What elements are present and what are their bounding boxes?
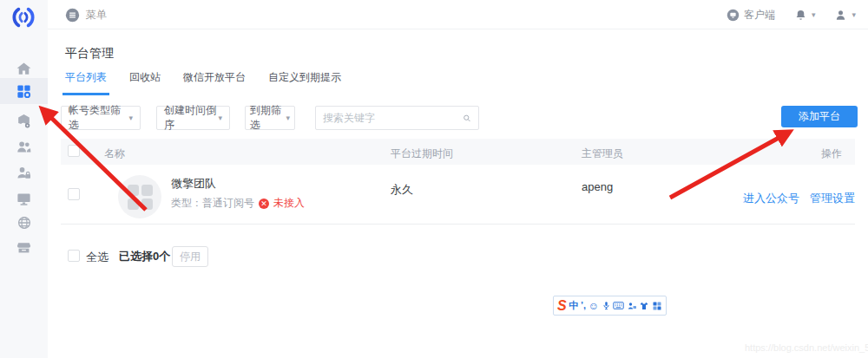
sogou-logo-icon[interactable]: S bbox=[557, 298, 567, 314]
home-icon bbox=[16, 61, 32, 77]
weiengine-logo-icon bbox=[10, 4, 36, 30]
chevron-down-icon: ▾ bbox=[852, 11, 856, 19]
platform-expiry: 永久 bbox=[391, 182, 413, 198]
storage-box-icon bbox=[16, 239, 32, 256]
punctuation-toggle-icon[interactable]: ’, bbox=[581, 301, 586, 310]
sidebar-item-system[interactable] bbox=[0, 186, 48, 212]
not-connected-x-icon: ✕ bbox=[259, 199, 269, 209]
row-checkbox[interactable] bbox=[68, 188, 80, 200]
page-title: 平台管理 bbox=[65, 46, 114, 62]
row-divider bbox=[61, 224, 855, 225]
tab-wechat-open-platform[interactable]: 微信开放平台 bbox=[181, 68, 248, 95]
toolbox-grid-icon[interactable] bbox=[652, 301, 662, 311]
account-menu[interactable]: ▾ bbox=[834, 9, 856, 22]
tab-recycle-bin[interactable]: 回收站 bbox=[127, 68, 163, 95]
create-time-order-dropdown[interactable]: 创建时间倒序 ▾ bbox=[156, 106, 230, 130]
emoji-picker-icon[interactable]: ☺ bbox=[589, 301, 599, 311]
skin-shirt-icon[interactable] bbox=[639, 301, 649, 311]
not-connected-status: 未接入 bbox=[273, 196, 305, 211]
tab-custom-expiry-notice[interactable]: 自定义到期提示 bbox=[266, 68, 344, 95]
platform-type: 类型：普通订阅号 bbox=[171, 196, 254, 211]
column-header-admin: 主管理员 bbox=[582, 146, 623, 161]
menu-toggle[interactable]: 菜单 bbox=[65, 0, 107, 29]
expiry-filter-label: 到期筛选 bbox=[250, 103, 286, 133]
platform-management-page: 菜单 客户端 ▾ ▾ bbox=[0, 0, 868, 358]
row-actions: 进入公众号 管理设置 bbox=[743, 191, 855, 206]
cube-gear-icon bbox=[16, 113, 32, 129]
bell-icon bbox=[794, 9, 807, 22]
table-header: 名称 平台过期时间 主管理员 操作 bbox=[61, 139, 855, 165]
search-input[interactable] bbox=[323, 112, 457, 124]
sidebar bbox=[0, 0, 48, 358]
tab-platform-list[interactable]: 平台列表 bbox=[62, 68, 109, 95]
add-platform-button[interactable]: 添加平台 bbox=[781, 106, 858, 127]
csdn-watermark: https://blog.csdn.net/weixin_521549 bbox=[745, 342, 868, 353]
sidebar-item-platforms[interactable] bbox=[0, 78, 48, 104]
platform-avatar bbox=[118, 175, 161, 218]
globe-icon bbox=[16, 215, 32, 231]
sogou-ime-toolbar: S 中 ’, ☺ bbox=[553, 296, 667, 316]
input-mode-icon[interactable] bbox=[627, 301, 637, 311]
platform-type-line: 类型：普通订阅号 ✕ 未接入 bbox=[171, 196, 305, 211]
topbar-right: 客户端 ▾ ▾ bbox=[727, 0, 856, 29]
tab-bar: 平台列表 回收站 微信开放平台 自定义到期提示 bbox=[62, 68, 344, 95]
chinese-english-toggle-icon[interactable]: 中 bbox=[569, 301, 578, 310]
selected-count: 已选择0个 bbox=[119, 249, 170, 264]
users-icon bbox=[16, 139, 32, 155]
chevron-down-icon: ▾ bbox=[812, 11, 816, 19]
select-all-checkbox[interactable] bbox=[68, 250, 80, 262]
account-type-filter-label: 帐号类型筛选 bbox=[69, 103, 128, 133]
sidebar-item-users[interactable] bbox=[0, 133, 48, 159]
menu-label: 菜单 bbox=[86, 8, 107, 23]
sidebar-item-store[interactable] bbox=[0, 234, 48, 260]
enter-official-account-link[interactable]: 进入公众号 bbox=[743, 191, 799, 206]
sidebar-item-site[interactable] bbox=[0, 210, 48, 236]
hamburger-menu-icon bbox=[65, 8, 80, 23]
voice-input-icon[interactable] bbox=[602, 300, 611, 311]
sidebar-item-modules[interactable] bbox=[0, 107, 48, 133]
account-type-filter-dropdown[interactable]: 帐号类型筛选 ▾ bbox=[61, 106, 141, 130]
chevron-down-icon: ▾ bbox=[128, 114, 133, 122]
keyword-search bbox=[315, 106, 479, 130]
topbar: 菜单 客户端 ▾ ▾ bbox=[48, 0, 868, 29]
column-header-actions: 操作 bbox=[821, 146, 842, 161]
expiry-filter-dropdown[interactable]: 到期筛选 ▾ bbox=[245, 106, 295, 130]
soft-keyboard-icon[interactable] bbox=[613, 301, 624, 310]
user-icon bbox=[834, 9, 847, 22]
select-all-header-checkbox[interactable] bbox=[68, 145, 80, 157]
platform-admin: apeng bbox=[582, 180, 613, 193]
user-lock-icon bbox=[16, 165, 32, 181]
client-label: 客户端 bbox=[744, 8, 775, 23]
monitor-icon bbox=[16, 191, 32, 207]
select-all-label[interactable]: 全选 bbox=[86, 250, 108, 265]
chevron-down-icon: ▾ bbox=[286, 114, 290, 122]
client-link[interactable]: 客户端 bbox=[727, 8, 775, 23]
notifications-menu[interactable]: ▾ bbox=[794, 9, 816, 22]
column-header-expiry: 平台过期时间 bbox=[391, 146, 453, 161]
column-header-name: 名称 bbox=[104, 146, 125, 161]
sidebar-item-roles[interactable] bbox=[0, 159, 48, 186]
chevron-down-icon: ▾ bbox=[218, 114, 222, 122]
create-time-order-label: 创建时间倒序 bbox=[164, 103, 218, 133]
search-icon[interactable] bbox=[463, 113, 471, 124]
disable-button[interactable]: 停用 bbox=[172, 246, 208, 267]
platform-name: 微擎团队 bbox=[171, 176, 216, 192]
apps-grid-icon bbox=[16, 83, 32, 100]
client-icon bbox=[727, 9, 740, 22]
manage-settings-link[interactable]: 管理设置 bbox=[810, 191, 855, 206]
